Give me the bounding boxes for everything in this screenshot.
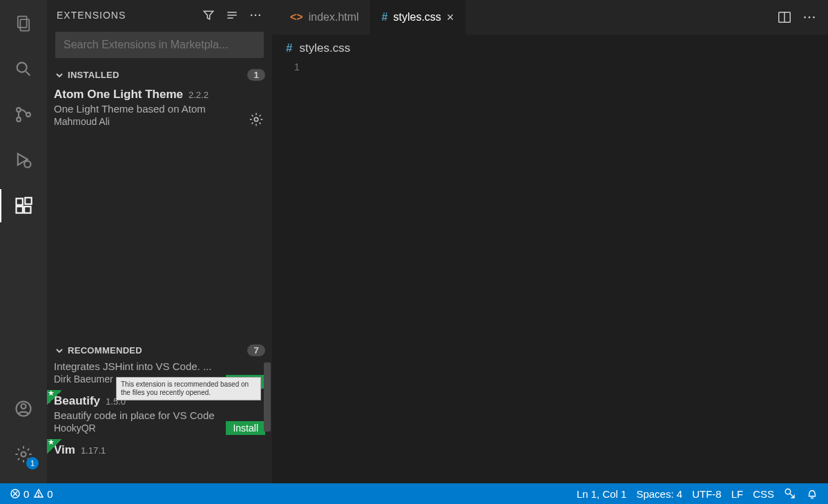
css-file-icon: # xyxy=(382,11,388,23)
installed-count-badge: 1 xyxy=(247,69,265,81)
svg-point-26 xyxy=(813,17,815,19)
extension-item[interactable]: Vim 1.17.1 xyxy=(47,439,272,463)
status-bar: 0 0 Ln 1, Col 1 Spaces: 4 UTF-8 LF CSS xyxy=(0,483,828,504)
star-icon xyxy=(47,439,62,454)
section-installed-label: INSTALLED xyxy=(68,70,247,80)
svg-rect-0 xyxy=(18,17,27,28)
svg-point-2 xyxy=(17,63,27,72)
status-eol[interactable]: LF xyxy=(731,488,744,500)
search-input[interactable] xyxy=(55,32,264,58)
activity-bar: 1 xyxy=(0,0,47,483)
recommended-count-badge: 7 xyxy=(247,345,265,356)
svg-point-14 xyxy=(21,452,26,457)
activity-explorer[interactable] xyxy=(7,7,40,40)
svg-point-20 xyxy=(259,14,261,17)
extension-author: Mahmoud Ali xyxy=(54,116,265,127)
svg-rect-1 xyxy=(20,19,29,30)
extension-version: 2.2.2 xyxy=(189,90,209,100)
html-file-icon: <> xyxy=(290,11,303,23)
extensions-sidebar: EXTENSIONS INSTALLED 1 xyxy=(47,0,272,483)
svg-point-18 xyxy=(251,14,253,17)
chevron-down-icon xyxy=(54,70,65,81)
breadcrumb-file: styles.css xyxy=(299,41,350,55)
svg-point-13 xyxy=(21,404,26,409)
bell-icon[interactable] xyxy=(806,487,818,500)
svg-point-31 xyxy=(39,496,39,496)
more-icon[interactable] xyxy=(802,10,817,25)
activity-search[interactable] xyxy=(7,52,40,86)
activity-settings[interactable]: 1 xyxy=(7,438,40,471)
svg-point-25 xyxy=(809,17,811,19)
gear-icon[interactable] xyxy=(249,112,264,127)
svg-point-24 xyxy=(804,17,806,19)
settings-badge: 1 xyxy=(26,457,39,469)
css-file-icon: # xyxy=(286,41,292,55)
tab-index-html[interactable]: <> index.html xyxy=(279,0,371,35)
svg-point-4 xyxy=(17,108,21,112)
svg-point-5 xyxy=(17,117,21,122)
activity-account[interactable] xyxy=(7,392,40,425)
filter-icon[interactable] xyxy=(202,8,215,22)
star-icon xyxy=(47,390,62,405)
status-encoding[interactable]: UTF-8 xyxy=(692,488,722,500)
recommendation-tooltip: This extension is recommended based on t… xyxy=(116,377,261,400)
status-spaces[interactable]: Spaces: 4 xyxy=(636,488,682,500)
feedback-icon[interactable] xyxy=(784,487,796,500)
extension-version: 1.17.1 xyxy=(81,445,106,456)
tab-label: index.html xyxy=(309,11,359,23)
breadcrumb[interactable]: # styles.css xyxy=(272,35,828,58)
editor-area: <> index.html # styles.css × # styles.cs… xyxy=(272,0,828,483)
tab-label: styles.css xyxy=(394,11,441,23)
extension-item[interactable]: Integrates JSHint into VS Code. ... Dirk… xyxy=(47,360,272,390)
svg-line-3 xyxy=(26,72,30,76)
sidebar-title: EXTENSIONS xyxy=(57,10,202,21)
tab-bar: <> index.html # styles.css × xyxy=(272,0,828,35)
clear-icon[interactable] xyxy=(225,8,239,22)
status-cursor[interactable]: Ln 1, Col 1 xyxy=(577,488,627,500)
chevron-down-icon xyxy=(54,345,65,356)
extension-item[interactable]: Atom One Light Theme 2.2.2 One Light The… xyxy=(47,84,272,133)
svg-rect-8 xyxy=(17,199,23,205)
editor-body[interactable]: 1 xyxy=(272,58,828,483)
extension-description: One Light Theme based on Atom xyxy=(54,103,265,115)
extension-description: Beautify code in place for VS Code xyxy=(54,409,265,421)
svg-rect-11 xyxy=(25,197,31,204)
svg-point-7 xyxy=(24,161,30,167)
status-errors[interactable]: 0 xyxy=(10,488,29,500)
extension-name: Atom One Light Theme xyxy=(54,88,183,101)
activity-source-control[interactable] xyxy=(7,98,40,131)
scrollbar[interactable] xyxy=(264,362,271,432)
svg-point-21 xyxy=(254,117,258,122)
svg-rect-10 xyxy=(24,206,30,213)
status-warnings[interactable]: 0 xyxy=(33,488,52,500)
section-recommended-header[interactable]: RECOMMENDED 7 xyxy=(47,342,272,359)
section-recommended-label: RECOMMENDED xyxy=(68,345,247,356)
close-icon[interactable]: × xyxy=(447,10,454,25)
section-installed-header[interactable]: INSTALLED 1 xyxy=(47,66,272,84)
status-lang[interactable]: CSS xyxy=(753,488,774,500)
more-icon[interactable] xyxy=(249,8,262,22)
split-editor-icon[interactable] xyxy=(777,10,792,25)
activity-extensions[interactable] xyxy=(7,189,40,222)
install-button[interactable]: Install xyxy=(226,421,265,435)
svg-point-32 xyxy=(785,489,791,494)
line-number: 1 xyxy=(272,61,300,72)
line-number-gutter: 1 xyxy=(272,58,314,483)
svg-point-19 xyxy=(255,14,257,17)
activity-run-debug[interactable] xyxy=(7,144,40,177)
svg-rect-9 xyxy=(17,206,23,213)
tab-styles-css[interactable]: # styles.css × xyxy=(371,0,466,35)
extension-description: Integrates JSHint into VS Code. ... xyxy=(54,360,265,372)
